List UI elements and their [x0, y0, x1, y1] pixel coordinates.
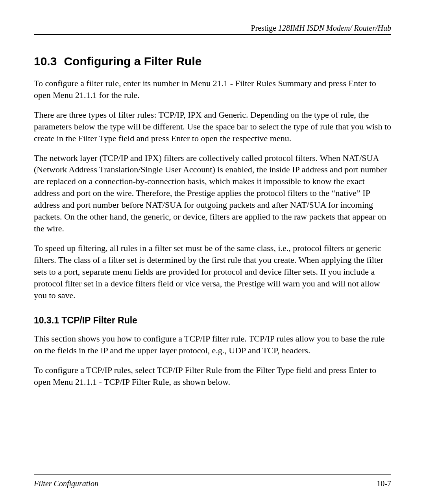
body-paragraph: To configure a TCP/IP rules, select TCP/… [34, 364, 391, 388]
body-paragraph: This section shows you how to configure … [34, 333, 391, 356]
body-paragraph: The network layer (TCP/IP and IPX) filte… [34, 152, 391, 234]
footer: Filter Configuration 10-7 [34, 479, 391, 488]
running-header-suffix: 128IMH ISDN Modem/ Router/Hub [278, 24, 391, 32]
section-number: 10.3 [34, 55, 57, 68]
subsection-title: TCP/IP Filter Rule [61, 315, 137, 325]
footer-left: Filter Configuration [34, 479, 98, 488]
running-header: Prestige 128IMH ISDN Modem/ Router/Hub [34, 24, 391, 33]
subsection-number: 10.3.1 [34, 315, 59, 325]
footer-right: 10-7 [377, 479, 391, 488]
section-heading: 10.3Configuring a Filter Rule [34, 55, 391, 68]
content-area: 10.3Configuring a Filter Rule To configu… [34, 35, 391, 474]
footer-block: Filter Configuration 10-7 [34, 474, 391, 488]
body-paragraph: To configure a filter rule, enter its nu… [34, 78, 391, 101]
page: Prestige 128IMH ISDN Modem/ Router/Hub 1… [0, 0, 425, 504]
subsection-heading: 10.3.1 TCP/IP Filter Rule [34, 315, 391, 326]
body-paragraph: To speed up filtering, all rules in a fi… [34, 242, 391, 301]
body-paragraph: There are three types of filter rules: T… [34, 109, 391, 144]
footer-rule [34, 474, 391, 475]
section-title: Configuring a Filter Rule [64, 55, 201, 68]
running-header-prefix: Prestige [251, 24, 278, 32]
